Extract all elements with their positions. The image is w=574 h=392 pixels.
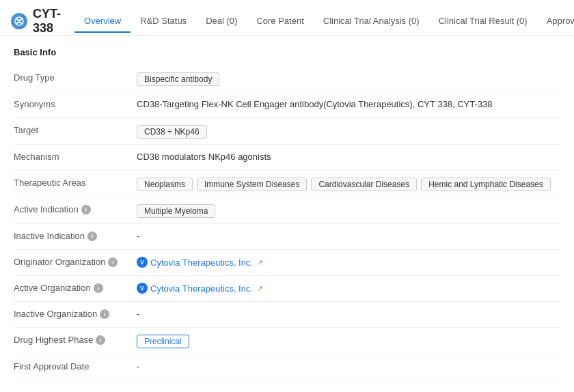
tag: Neoplasms (137, 178, 193, 191)
tag: Bispecific antibody (137, 72, 219, 86)
tab-clinical-trial-result[interactable]: Clinical Trial Result (0) (429, 10, 537, 33)
field-row-inactive-org: Inactive Organizationi- (14, 302, 560, 328)
field-label-drug-type: Drug Type (14, 71, 137, 83)
field-label-active-org: Active Organizationi (14, 281, 137, 293)
info-icon-active-org[interactable]: i (94, 283, 103, 293)
tab-overview[interactable]: Overview (74, 10, 131, 33)
org-name[interactable]: Cytovia Therapeutics, Inc. (150, 257, 253, 268)
field-value-inactive-indication: - (137, 229, 560, 241)
org-item: VCytovia Therapeutics, Inc.↗ (137, 257, 263, 268)
field-value-originator-org: VCytovia Therapeutics, Inc.↗ (137, 255, 560, 268)
field-label-target: Target (14, 124, 137, 135)
ext-link-icon[interactable]: ↗ (257, 258, 263, 267)
field-row-active-indication: Active IndicationiMultiple Myeloma (14, 197, 560, 224)
info-icon-drug-highest-phase[interactable]: i (96, 335, 105, 345)
field-label-mechanism: Mechanism (14, 150, 137, 162)
field-value-synonyms: CD38-Targeting Flex-NK Cell Engager anti… (137, 98, 560, 109)
field-label-synonyms: Synonyms (14, 98, 137, 109)
field-label-originator-org: Originator Organizationi (14, 255, 137, 267)
dash-value: - (137, 309, 139, 319)
dash-value: - (137, 231, 139, 241)
tab-deal[interactable]: Deal (0) (196, 10, 247, 33)
field-label-drug-highest-phase: Drug Highest Phasei (14, 333, 137, 345)
field-row-therapeutic-areas: Therapeutic AreasNeoplasmsImmune System … (14, 171, 560, 197)
field-label-therapeutic-areas: Therapeutic Areas (14, 176, 137, 188)
field-row-originator-org: Originator OrganizationiVCytovia Therape… (14, 250, 560, 276)
info-icon-inactive-org[interactable]: i (100, 309, 109, 319)
field-value-mechanism: CD38 modulators NKp46 agonists (137, 150, 560, 162)
field-row-target: TargetCD38 ÷ NKp46 (14, 118, 560, 145)
plain-text: CD38-Targeting Flex-NK Cell Engager anti… (137, 99, 492, 109)
tab-approval[interactable]: Approval (0) (537, 10, 574, 33)
phase-tag: Preclinical (137, 335, 189, 348)
plain-text: CD38 modulators NKp46 agonists (137, 152, 271, 162)
dash-value: - (137, 361, 139, 372)
info-icon-originator-org[interactable]: i (108, 257, 118, 267)
ext-link-icon[interactable]: ↗ (257, 284, 263, 293)
field-row-first-approval-date: First Approval Date- (14, 354, 560, 380)
org-icon: V (137, 257, 148, 268)
org-item: VCytovia Therapeutics, Inc.↗ (137, 283, 263, 294)
tag: Immune System Diseases (197, 178, 307, 191)
field-label-first-approval-date: First Approval Date (14, 360, 137, 372)
tag: CD38 ÷ NKp46 (137, 125, 207, 139)
field-label-inactive-org: Inactive Organizationi (14, 307, 137, 319)
tab-clinical-trial-analysis[interactable]: Clinical Trial Analysis (0) (314, 10, 429, 33)
field-row-active-org: Active OrganizationiVCytovia Therapeutic… (14, 276, 560, 302)
tab-core-patent[interactable]: Core Patent (247, 10, 313, 33)
field-value-therapeutic-areas: NeoplasmsImmune System DiseasesCardiovas… (137, 176, 560, 191)
field-label-inactive-indication: Inactive Indicationi (14, 229, 137, 241)
field-row-drug-highest-phase: Drug Highest PhaseiPreclinical (14, 328, 560, 354)
field-value-target: CD38 ÷ NKp46 (137, 124, 560, 139)
tab-bar: OverviewR&D StatusDeal (0)Core PatentCli… (74, 10, 574, 33)
info-icon-active-indication[interactable]: i (81, 205, 91, 214)
field-value-first-approval-date: - (137, 360, 560, 372)
section-title: Basic Info (14, 47, 560, 57)
main-content: Basic Info Drug TypeBispecific antibodyS… (0, 36, 574, 391)
org-name[interactable]: Cytovia Therapeutics, Inc. (150, 283, 253, 294)
field-value-drug-highest-phase: Preclinical (137, 333, 560, 348)
info-icon-inactive-indication[interactable]: i (87, 232, 97, 241)
drug-title: CYT-338 (33, 7, 61, 36)
field-value-drug-type: Bispecific antibody (137, 71, 560, 86)
field-label-active-indication: Active Indicationi (14, 203, 137, 214)
field-row-mechanism: MechanismCD38 modulators NKp46 agonists (14, 145, 560, 171)
field-row-drug-type: Drug TypeBispecific antibody (14, 66, 560, 92)
tag: Multiple Myeloma (137, 204, 215, 218)
field-row-inactive-indication: Inactive Indicationi- (14, 224, 560, 250)
fields-container: Drug TypeBispecific antibodySynonymsCD38… (14, 66, 560, 380)
app-header: CYT-338 OverviewR&D StatusDeal (0)Core P… (0, 0, 574, 36)
tag: Hemic and Lymphatic Diseases (421, 178, 551, 191)
field-row-synonyms: SynonymsCD38-Targeting Flex-NK Cell Enga… (14, 92, 560, 118)
org-icon: V (137, 283, 148, 294)
field-value-inactive-org: - (137, 307, 560, 319)
tab-rd-status[interactable]: R&D Status (131, 10, 196, 33)
tag: Cardiovascular Diseases (311, 178, 417, 191)
field-value-active-org: VCytovia Therapeutics, Inc.↗ (137, 281, 560, 294)
drug-icon (11, 13, 27, 29)
field-value-active-indication: Multiple Myeloma (137, 203, 560, 218)
